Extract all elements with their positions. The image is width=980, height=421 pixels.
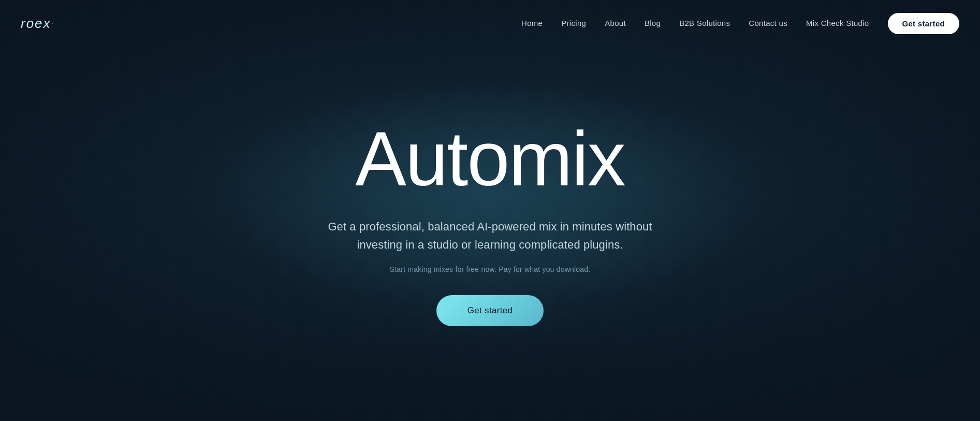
nav-link-blog[interactable]: Blog [645,19,661,27]
logo[interactable]: roex· [21,16,53,32]
nav-item-about[interactable]: About [605,19,626,28]
page-background: roex· Home Pricing About Blog B2B Soluti… [0,0,980,421]
nav-item-contact[interactable]: Contact us [749,19,787,28]
nav-item-b2b[interactable]: B2B Solutions [679,19,730,28]
hero-get-started-button[interactable]: Get started [436,295,544,326]
hero-section: Automix Get a professional, balanced AI-… [0,47,980,421]
hero-subtitle: Get a professional, balanced AI-powered … [309,218,671,253]
nav-get-started-button[interactable]: Get started [888,13,960,34]
nav-link-contact[interactable]: Contact us [749,19,787,27]
nav-item-home[interactable]: Home [521,19,543,28]
nav-link-about[interactable]: About [605,19,626,27]
hero-title: Automix [355,121,625,197]
nav-link-b2b[interactable]: B2B Solutions [679,19,730,27]
logo-text: roex [21,16,51,32]
nav-item-pricing[interactable]: Pricing [561,19,586,28]
nav-link-mix-check[interactable]: Mix Check Studio [806,19,869,27]
nav-link-pricing[interactable]: Pricing [561,19,586,27]
nav-cta-item[interactable]: Get started [888,13,960,34]
hero-sub-text: Start making mixes for free now. Pay for… [390,265,591,273]
nav-item-blog[interactable]: Blog [645,19,661,28]
logo-dot: · [51,19,53,28]
nav-link-home[interactable]: Home [521,19,543,27]
nav-item-mix-check[interactable]: Mix Check Studio [806,19,869,28]
nav-links: Home Pricing About Blog B2B Solutions Co… [521,13,959,34]
navbar: roex· Home Pricing About Blog B2B Soluti… [0,0,980,47]
